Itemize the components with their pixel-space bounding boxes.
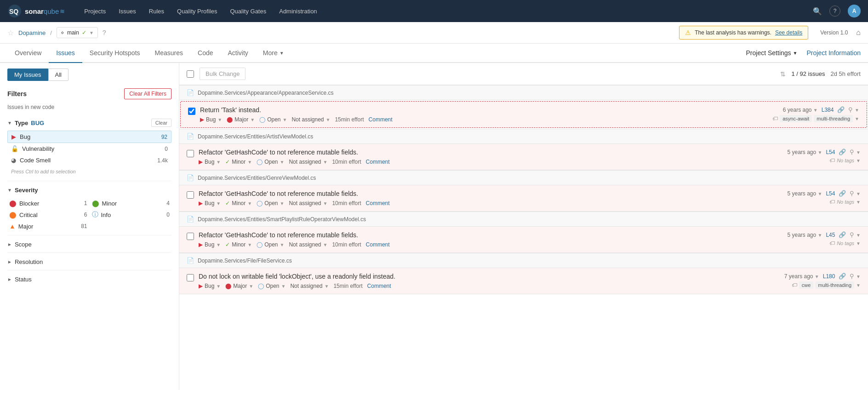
issue-row-4[interactable]: Refactor 'GetHashCode' to not reference … — [179, 227, 868, 253]
link-icon-1[interactable]: 🔗 — [837, 106, 845, 113]
user-avatar[interactable]: A — [848, 5, 861, 17]
issue-2-line[interactable]: L54 — [826, 149, 835, 155]
branch-selector[interactable]: ⋄ main ✓ ▼ — [57, 27, 98, 38]
filter-item-vulnerability[interactable]: 🔓 Vulnerability 0 — [7, 143, 171, 155]
tab-more[interactable]: More ▼ — [256, 44, 291, 63]
issue-4-comment-link[interactable]: Comment — [366, 241, 390, 248]
severity-major[interactable]: ▲ Major 81 — [7, 221, 89, 231]
issue-2-comment-link[interactable]: Comment — [366, 159, 390, 165]
project-information-btn[interactable]: Project Information — [807, 49, 861, 57]
file-path-3[interactable]: Dopamine.Services/Entities/GenreViewMode… — [198, 175, 316, 181]
issue-1-checkbox[interactable] — [188, 108, 195, 115]
search-icon[interactable]: 🔍 — [813, 7, 822, 16]
tags-chevron-5[interactable]: ▼ — [856, 283, 861, 288]
issue-1-severity-badge[interactable]: ⬤ Major ▼ — [227, 116, 255, 123]
tag-cwe[interactable]: cwe — [799, 281, 814, 289]
severity-critical[interactable]: ⬤ Critical 6 — [7, 209, 89, 220]
tab-measures[interactable]: Measures — [148, 44, 190, 63]
issue-4-severity-badge[interactable]: ✓ Minor ▼ — [225, 241, 252, 248]
issue-4-status-badge[interactable]: ◯ Open ▼ — [257, 241, 284, 248]
issue-5-severity-badge[interactable]: ⬤ Major ▼ — [225, 283, 253, 289]
issue-4-assignee[interactable]: Not assigned ▼ — [289, 241, 327, 248]
issue-5-comment-link[interactable]: Comment — [367, 283, 391, 289]
logo[interactable]: SQ sonarqube ≋ — [7, 4, 65, 18]
tab-overview[interactable]: Overview — [7, 44, 49, 63]
project-settings-btn[interactable]: Project Settings ▼ — [746, 49, 798, 57]
filter-item-bug[interactable]: ▶ Bug 92 — [7, 131, 171, 143]
issue-5-status-badge[interactable]: ◯ Open ▼ — [258, 283, 286, 289]
filter-icon-3[interactable]: ⚲ ▼ — [850, 190, 861, 197]
issue-3-status-badge[interactable]: ◯ Open ▼ — [257, 200, 284, 206]
tab-issues[interactable]: Issues — [49, 44, 82, 63]
bulk-change-btn[interactable]: Bulk Change — [200, 68, 246, 80]
tags-chevron-2[interactable]: ▼ — [856, 158, 861, 163]
issue-1-comment-link[interactable]: Comment — [369, 116, 393, 123]
filter-icon-5[interactable]: ⚲ ▼ — [850, 273, 861, 280]
nav-projects[interactable]: Projects — [78, 0, 112, 22]
nav-quality-gates[interactable]: Quality Gates — [223, 0, 273, 22]
issue-1-assignee[interactable]: Not assigned ▼ — [291, 116, 330, 123]
nav-issues[interactable]: Issues — [112, 0, 143, 22]
issue-2-checkbox[interactable] — [187, 150, 194, 157]
link-icon-2[interactable]: 🔗 — [839, 149, 846, 155]
issue-2-assignee[interactable]: Not assigned ▼ — [289, 159, 327, 165]
tag-multi-threading-5[interactable]: multi-threading — [815, 281, 854, 289]
tags-chevron-4[interactable]: ▼ — [856, 241, 861, 246]
severity-minor[interactable]: ⬤ Minor 4 — [90, 198, 172, 208]
clear-type-filter-btn[interactable]: Clear — [151, 119, 171, 127]
issue-2-type-badge[interactable]: ▶ Bug ▼ — [199, 159, 221, 165]
tab-security-hotspots[interactable]: Security Hotspots — [82, 44, 148, 63]
nav-administration[interactable]: Administration — [273, 0, 323, 22]
sort-icon[interactable]: ⇅ — [780, 70, 786, 78]
link-icon-5[interactable]: 🔗 — [839, 273, 846, 280]
home-icon[interactable]: ⌂ — [856, 29, 861, 37]
issue-4-line[interactable]: L45 — [826, 232, 835, 238]
file-path-4[interactable]: Dopamine.Services/Entities/SmartPlaylist… — [198, 216, 366, 223]
issue-4-type-badge[interactable]: ▶ Bug ▼ — [199, 241, 221, 248]
issue-5-type-badge[interactable]: ▶ Bug ▼ — [199, 283, 221, 289]
file-path-5[interactable]: Dopamine.Services/File/FileService.cs — [198, 258, 292, 264]
favorite-icon[interactable]: ☆ — [7, 29, 14, 37]
issue-2-severity-badge[interactable]: ✓ Minor ▼ — [225, 159, 252, 165]
tab-code[interactable]: Code — [190, 44, 220, 63]
severity-info[interactable]: ⓘ Info 0 — [90, 209, 172, 220]
help-icon[interactable]: ? — [829, 6, 840, 17]
file-path-2[interactable]: Dopamine.Services/Entities/ArtistViewMod… — [198, 133, 313, 140]
issue-5-assignee[interactable]: Not assigned ▼ — [290, 283, 329, 289]
status-header[interactable]: ► Status — [7, 273, 171, 286]
issue-row-3[interactable]: Refactor 'GetHashCode' to not reference … — [179, 185, 868, 212]
tag-async-await[interactable]: async-await — [780, 115, 812, 122]
severity-header[interactable]: ▼ Severity — [7, 185, 171, 195]
project-breadcrumb[interactable]: Dopamine — [18, 29, 46, 36]
issue-row-2[interactable]: Refactor 'GetHashCode' to not reference … — [179, 144, 868, 170]
see-details-link[interactable]: See details — [775, 29, 802, 36]
type-chevron-icon[interactable]: ▼ — [7, 120, 12, 126]
tag-multi-threading[interactable]: multi-threading — [814, 115, 853, 122]
filter-item-code-smell[interactable]: ◕ Code Smell 1.4k — [7, 155, 171, 166]
issue-row-1[interactable]: Return 'Task' instead. ▶ Bug ▼ ⬤ Major ▼… — [180, 101, 867, 128]
issue-5-line[interactable]: L180 — [823, 273, 835, 280]
file-path-1[interactable]: Dopamine.Services/Appearance/AppearanceS… — [198, 90, 334, 96]
issue-3-type-badge[interactable]: ▶ Bug ▼ — [199, 200, 221, 206]
filter-icon-4[interactable]: ⚲ ▼ — [850, 231, 861, 238]
issue-2-status-badge[interactable]: ◯ Open ▼ — [257, 159, 284, 165]
filter-icon-2[interactable]: ⚲ ▼ — [850, 149, 861, 155]
issue-5-checkbox[interactable] — [187, 274, 194, 281]
tags-chevron-3[interactable]: ▼ — [856, 200, 861, 205]
link-icon-3[interactable]: 🔗 — [839, 190, 846, 197]
issue-3-line[interactable]: L54 — [826, 190, 835, 197]
severity-blocker[interactable]: ⬤ Blocker 1 — [7, 198, 89, 208]
issue-3-severity-badge[interactable]: ✓ Minor ▼ — [225, 200, 252, 206]
my-issues-btn[interactable]: My Issues — [7, 69, 48, 81]
issue-1-type-badge[interactable]: ▶ Bug ▼ — [200, 116, 222, 123]
filter-icon-1[interactable]: ⚲ ▼ — [848, 106, 859, 113]
scope-header[interactable]: ► Scope — [7, 238, 171, 251]
issue-1-status-badge[interactable]: ◯ Open ▼ — [259, 116, 287, 123]
resolution-header[interactable]: ► Resolution — [7, 256, 171, 268]
clear-all-filters-btn[interactable]: Clear All Filters — [124, 88, 171, 99]
tab-activity[interactable]: Activity — [220, 44, 255, 63]
issue-1-line[interactable]: L384 — [822, 107, 834, 113]
all-issues-btn[interactable]: All — [48, 69, 69, 81]
issue-3-comment-link[interactable]: Comment — [366, 200, 390, 206]
issue-3-assignee[interactable]: Not assigned ▼ — [289, 200, 327, 206]
